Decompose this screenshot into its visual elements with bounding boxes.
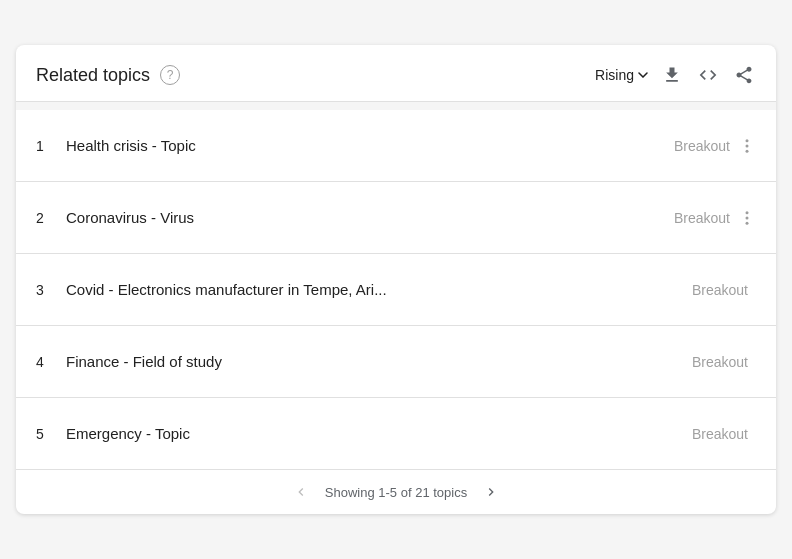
topic-name[interactable]: Finance - Field of study — [66, 353, 692, 370]
breakout-value: Breakout — [674, 210, 730, 226]
breakout-value: Breakout — [692, 426, 748, 442]
related-topics-card: Related topics ? Rising — [16, 45, 776, 514]
help-icon[interactable]: ? — [160, 65, 180, 85]
topic-rank: 4 — [36, 354, 66, 370]
svg-point-1 — [746, 144, 749, 147]
topic-rank: 2 — [36, 210, 66, 226]
topic-name[interactable]: Covid - Electronics manufacturer in Temp… — [66, 281, 692, 298]
more-options-icon[interactable] — [738, 137, 756, 155]
topic-row: 5Emergency - TopicBreakout — [16, 398, 776, 470]
svg-point-3 — [746, 211, 749, 214]
topics-list: 1Health crisis - TopicBreakout 2Coronavi… — [16, 110, 776, 470]
topic-rank: 3 — [36, 282, 66, 298]
topic-row: 3Covid - Electronics manufacturer in Tem… — [16, 254, 776, 326]
share-icon[interactable] — [732, 63, 756, 87]
more-options-icon[interactable] — [738, 209, 756, 227]
breakout-value: Breakout — [692, 354, 748, 370]
breakout-value: Breakout — [674, 138, 730, 154]
svg-point-2 — [746, 149, 749, 152]
pagination: Showing 1-5 of 21 topics — [16, 470, 776, 514]
topic-row: 4Finance - Field of studyBreakout — [16, 326, 776, 398]
topic-row: 2Coronavirus - VirusBreakout — [16, 182, 776, 254]
prev-page-button[interactable] — [293, 484, 309, 500]
filter-dropdown[interactable]: Rising — [595, 67, 648, 83]
header-left: Related topics ? — [36, 65, 180, 86]
topic-rank: 1 — [36, 138, 66, 154]
dropdown-arrow-icon — [638, 72, 648, 78]
svg-point-5 — [746, 221, 749, 224]
card-title: Related topics — [36, 65, 150, 86]
svg-point-4 — [746, 216, 749, 219]
topic-name[interactable]: Emergency - Topic — [66, 425, 692, 442]
download-icon[interactable] — [660, 63, 684, 87]
pagination-text: Showing 1-5 of 21 topics — [325, 485, 467, 500]
embed-icon[interactable] — [696, 63, 720, 87]
svg-point-0 — [746, 139, 749, 142]
breakout-value: Breakout — [692, 282, 748, 298]
table-separator — [16, 102, 776, 110]
topic-name[interactable]: Coronavirus - Virus — [66, 209, 674, 226]
filter-label: Rising — [595, 67, 634, 83]
next-page-button[interactable] — [483, 484, 499, 500]
topic-name[interactable]: Health crisis - Topic — [66, 137, 674, 154]
topic-rank: 5 — [36, 426, 66, 442]
header-right: Rising — [595, 63, 756, 87]
topic-row: 1Health crisis - TopicBreakout — [16, 110, 776, 182]
card-header: Related topics ? Rising — [16, 45, 776, 102]
